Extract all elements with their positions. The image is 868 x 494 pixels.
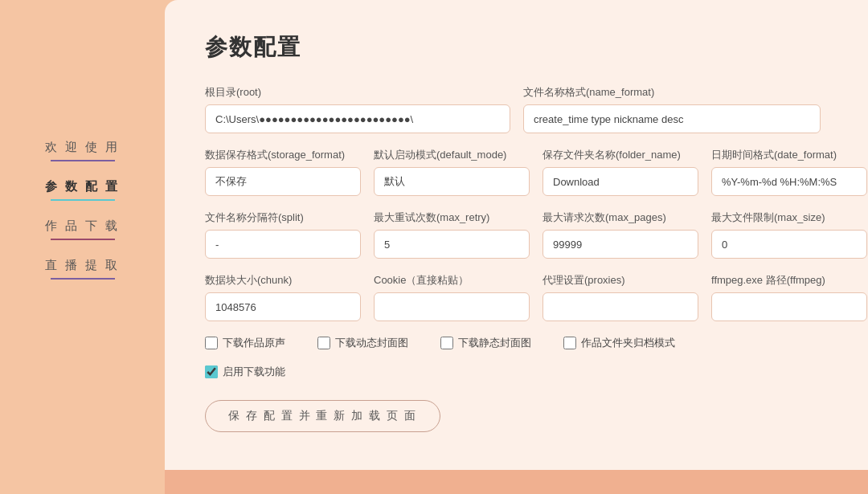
- max-size-input[interactable]: [711, 230, 867, 259]
- folder-name-label: 保存文件夹名称(folder_name): [542, 148, 698, 162]
- date-format-label: 日期时间格式(date_format): [711, 148, 867, 162]
- form-row-split: 文件名称分隔符(split) 最大重试次数(max_retry) 最大请求次数(…: [205, 210, 828, 259]
- checkbox-static-cover-label: 下载静态封面图: [458, 336, 531, 350]
- form-group-chunk: 数据块大小(chunk): [205, 273, 361, 321]
- bottom-bar: [165, 470, 868, 494]
- root-label: 根目录(root): [205, 85, 510, 100]
- max-pages-input[interactable]: [542, 230, 698, 259]
- sidebar: 欢 迎 使 用 参 数 配 置 作 品 下 载 直 播 提 取: [0, 0, 165, 494]
- form-group-split: 文件名称分隔符(split): [205, 210, 361, 259]
- form-group-max-retry: 最大重试次数(max_retry): [374, 210, 530, 259]
- proxies-input[interactable]: [542, 292, 698, 321]
- chunk-label: 数据块大小(chunk): [205, 273, 361, 288]
- form-group-date-format: 日期时间格式(date_format): [711, 148, 867, 196]
- form-group-proxies: 代理设置(proxies): [542, 273, 698, 321]
- folder-name-input[interactable]: [542, 167, 698, 196]
- chunk-input[interactable]: [205, 292, 361, 321]
- page-title: 参数配置: [205, 32, 828, 63]
- checkbox-dynamic-cover-label: 下载动态封面图: [335, 336, 408, 350]
- form-group-max-pages: 最大请求次数(max_pages): [542, 210, 698, 259]
- split-label: 文件名称分隔符(split): [205, 210, 361, 225]
- split-input[interactable]: [205, 230, 361, 259]
- default-mode-input[interactable]: [374, 167, 530, 196]
- form-group-ffmpeg: ffmpeg.exe 路径(ffmpeg): [711, 273, 867, 321]
- storage-format-input[interactable]: [205, 167, 361, 196]
- sidebar-item-settings-label: 参 数 配 置: [45, 179, 121, 193]
- default-mode-label: 默认启动模式(default_mode): [374, 148, 530, 162]
- form-group-cookie: Cookie（直接粘贴）: [374, 273, 530, 321]
- form-section: 根目录(root) 文件名称格式(name_format) 数据保存格式(sto…: [205, 85, 828, 432]
- form-group-folder-name: 保存文件夹名称(folder_name): [542, 148, 698, 196]
- storage-format-label: 数据保存格式(storage_format): [205, 148, 361, 162]
- form-row-storage: 数据保存格式(storage_format) 默认启动模式(default_mo…: [205, 148, 828, 196]
- sidebar-item-download[interactable]: 作 品 下 载: [0, 207, 165, 247]
- form-row-root: 根目录(root) 文件名称格式(name_format): [205, 85, 828, 133]
- checkbox-download-enable-item[interactable]: 启用下载功能: [205, 365, 285, 379]
- sidebar-item-welcome-label: 欢 迎 使 用: [45, 140, 121, 153]
- date-format-input[interactable]: [711, 167, 867, 196]
- form-row-chunk: 数据块大小(chunk) Cookie（直接粘贴） 代理设置(proxies) …: [205, 273, 828, 321]
- sidebar-underline-settings: [51, 199, 115, 201]
- form-group-name-format: 文件名称格式(name_format): [523, 85, 828, 133]
- form-group-root: 根目录(root): [205, 85, 510, 133]
- checkbox-original-label: 下载作品原声: [223, 336, 285, 350]
- max-pages-label: 最大请求次数(max_pages): [542, 210, 698, 225]
- form-group-max-size: 最大文件限制(max_size): [711, 210, 867, 259]
- cookie-label: Cookie（直接粘贴）: [374, 273, 530, 288]
- max-retry-input[interactable]: [374, 230, 530, 259]
- ffmpeg-label: ffmpeg.exe 路径(ffmpeg): [711, 273, 867, 288]
- save-button[interactable]: 保 存 配 置 并 重 新 加 载 页 面: [205, 400, 440, 432]
- sidebar-item-welcome[interactable]: 欢 迎 使 用: [0, 129, 165, 168]
- checkbox-dynamic-cover[interactable]: [317, 337, 330, 349]
- form-group-default-mode: 默认启动模式(default_mode): [374, 148, 530, 196]
- checkbox-download-enable-label: 启用下载功能: [223, 365, 285, 379]
- checkbox-static-cover-item[interactable]: 下载静态封面图: [440, 336, 531, 350]
- max-size-label: 最大文件限制(max_size): [711, 210, 867, 225]
- root-input[interactable]: [205, 104, 510, 133]
- checkbox-row-1: 下载作品原声 下载动态封面图 下载静态封面图 作品文件夹归档模式: [205, 336, 828, 350]
- sidebar-item-live[interactable]: 直 播 提 取: [0, 247, 165, 286]
- sidebar-underline-welcome: [51, 160, 115, 161]
- sidebar-item-download-label: 作 品 下 载: [45, 218, 121, 232]
- checkbox-archive[interactable]: [563, 337, 576, 349]
- checkbox-original[interactable]: [205, 337, 218, 349]
- checkbox-row-2: 启用下载功能: [205, 365, 828, 379]
- name-format-label: 文件名称格式(name_format): [523, 85, 828, 100]
- save-button-wrapper: 保 存 配 置 并 重 新 加 载 页 面: [205, 394, 828, 432]
- name-format-input[interactable]: [523, 104, 821, 133]
- checkbox-original-item[interactable]: 下载作品原声: [205, 336, 285, 350]
- proxies-label: 代理设置(proxies): [542, 273, 698, 288]
- checkbox-download-enable[interactable]: [205, 365, 218, 378]
- ffmpeg-input[interactable]: [711, 292, 867, 321]
- sidebar-item-live-label: 直 播 提 取: [45, 258, 121, 271]
- main-content: 参数配置 根目录(root) 文件名称格式(name_format) 数据保存格…: [165, 0, 868, 494]
- checkbox-dynamic-cover-item[interactable]: 下载动态封面图: [317, 336, 408, 350]
- cookie-input[interactable]: [374, 292, 530, 321]
- checkbox-archive-label: 作品文件夹归档模式: [581, 336, 675, 350]
- checkbox-archive-item[interactable]: 作品文件夹归档模式: [563, 336, 675, 350]
- sidebar-underline-live: [51, 278, 115, 280]
- max-retry-label: 最大重试次数(max_retry): [374, 210, 530, 225]
- checkbox-static-cover[interactable]: [440, 337, 453, 349]
- sidebar-underline-download: [51, 239, 115, 240]
- form-group-storage-format: 数据保存格式(storage_format): [205, 148, 361, 196]
- sidebar-item-settings[interactable]: 参 数 配 置: [0, 168, 165, 207]
